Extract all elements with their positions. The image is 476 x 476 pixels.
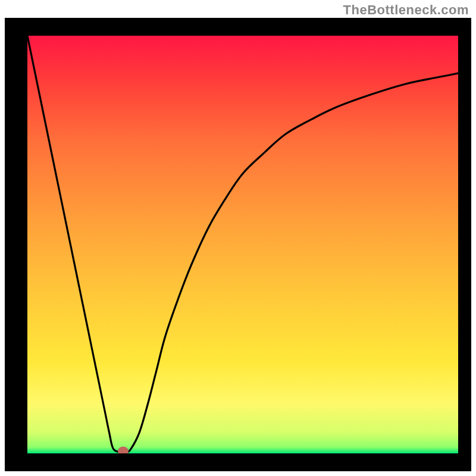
optimal-point-marker xyxy=(118,446,129,453)
bottleneck-curve xyxy=(27,36,458,453)
plot-frame xyxy=(5,18,471,471)
attribution-label: TheBottleneck.com xyxy=(343,2,469,18)
plot-area xyxy=(27,36,458,453)
chart-container: TheBottleneck.com xyxy=(0,0,476,476)
